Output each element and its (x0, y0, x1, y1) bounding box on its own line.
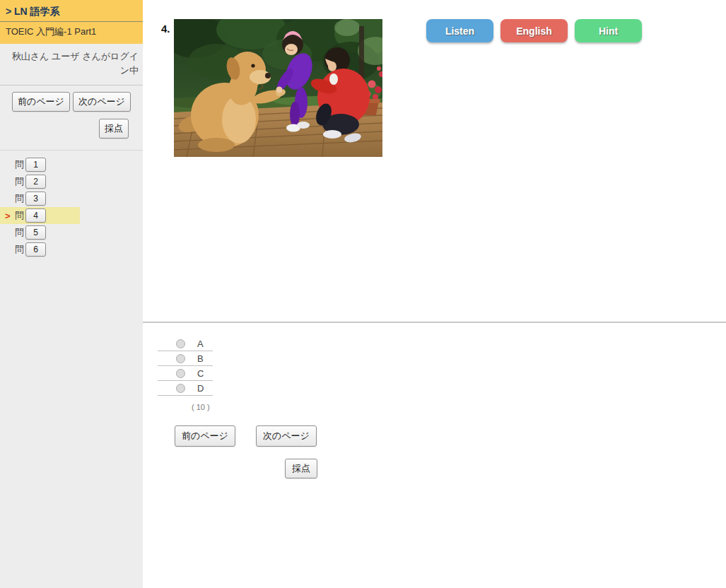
question-4-button[interactable]: 4 (25, 208, 46, 223)
question-panel: 4. (143, 0, 726, 323)
question-3-button[interactable]: 3 (25, 192, 46, 206)
bottom-page-nav: 前のページ 次のページ (175, 425, 726, 447)
question-list: 問 1 問 2 問 3 > 問 4 問 5 問 6 (0, 156, 143, 258)
question-row-label: 問 (15, 209, 24, 222)
answer-row-c[interactable]: C (158, 366, 213, 381)
answer-b-radio[interactable] (176, 354, 185, 363)
question-row-2: 問 2 (0, 173, 80, 190)
question-1-button[interactable]: 1 (25, 158, 46, 172)
current-question-marker: > (5, 211, 15, 221)
answer-a-radio[interactable] (176, 339, 185, 348)
sidebar-score-row: 採点 (0, 112, 143, 139)
answer-a-label: A (197, 339, 204, 349)
question-row-label: 問 (15, 243, 24, 256)
question-row-label: 問 (15, 158, 24, 171)
question-photo (174, 19, 382, 157)
bottom-score-button[interactable]: 採点 (285, 459, 317, 478)
question-6-button[interactable]: 6 (25, 242, 46, 257)
question-row-label: 問 (15, 192, 24, 205)
question-row-4-current: > 問 4 (0, 207, 80, 224)
question-row-1: 問 1 (0, 156, 80, 173)
answer-options: A B C D (158, 336, 213, 396)
sidebar-page-nav: 前のページ 次のページ (0, 86, 143, 112)
login-status: 秋山さん ユーザ さんがログイン中 (0, 44, 143, 86)
points-note: ( 10 ) (192, 403, 726, 411)
answer-d-label: D (197, 383, 204, 394)
answer-panel: A B C D ( 10 ) 前のページ 次のページ 採点 (143, 323, 726, 478)
course-title[interactable]: > LN 語学系 (0, 4, 143, 22)
answer-b-label: B (197, 353, 204, 364)
answer-c-radio[interactable] (176, 369, 185, 378)
action-buttons: Listen English Hint (426, 19, 642, 42)
answer-row-d[interactable]: D (158, 381, 213, 396)
question-row-label: 問 (15, 175, 24, 188)
question-row-label: 問 (15, 226, 24, 239)
sidebar: > LN 語学系 TOEIC 入門編-1 Part1 秋山さん ユーザ さんがロ… (0, 0, 143, 588)
main-content: 4. (143, 0, 726, 588)
sidebar-divider (0, 150, 143, 151)
sidebar-next-page-button[interactable]: 次のページ (73, 92, 131, 112)
question-5-button[interactable]: 5 (25, 225, 46, 240)
question-row-5: 問 5 (0, 224, 80, 241)
bottom-prev-page-button[interactable]: 前のページ (175, 425, 235, 447)
sidebar-score-button[interactable]: 採点 (99, 119, 129, 139)
question-2-button[interactable]: 2 (25, 175, 46, 189)
question-row-3: 問 3 (0, 190, 80, 207)
answer-c-label: C (197, 368, 204, 379)
question-photo-illustration (174, 19, 382, 157)
answer-row-b[interactable]: B (158, 351, 213, 366)
answer-d-radio[interactable] (176, 384, 185, 393)
question-number: 4. (161, 23, 170, 35)
course-header: > LN 語学系 TOEIC 入門編-1 Part1 (0, 0, 143, 44)
answer-row-a[interactable]: A (158, 336, 213, 351)
hint-button[interactable]: Hint (575, 19, 642, 42)
question-row-6: 問 6 (0, 241, 80, 258)
listen-button[interactable]: Listen (426, 19, 493, 42)
bottom-next-page-button[interactable]: 次のページ (256, 425, 317, 447)
course-subtitle: TOEIC 入門編-1 Part1 (0, 22, 143, 40)
english-button[interactable]: English (500, 19, 568, 42)
bottom-score-row: 採点 (285, 459, 726, 478)
sidebar-prev-page-button[interactable]: 前のページ (12, 92, 70, 112)
